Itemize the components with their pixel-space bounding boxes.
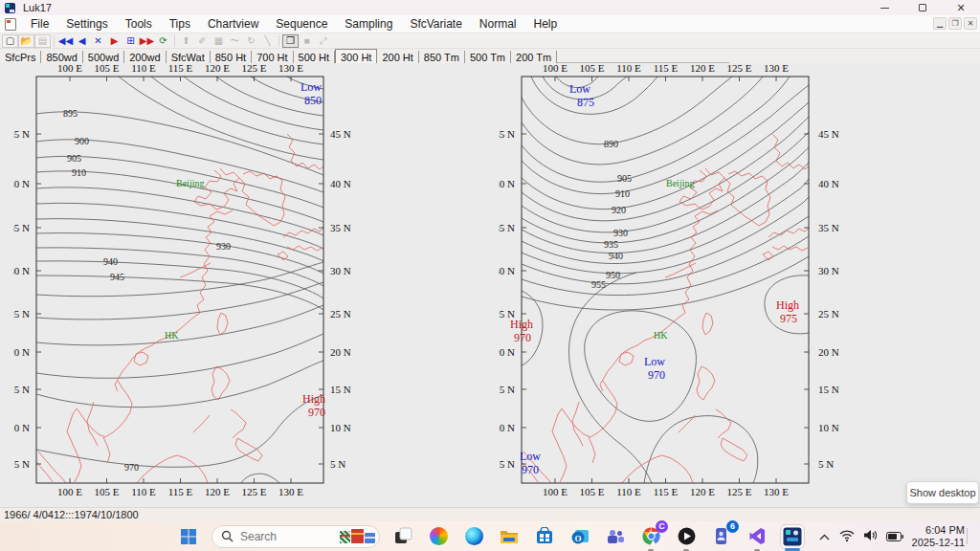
svg-text:5 N: 5 N	[14, 458, 30, 470]
curve-button[interactable]: 〜	[227, 34, 243, 48]
fast-forward-button[interactable]: ▶▶	[139, 34, 155, 48]
svg-text:130 E: 130 E	[764, 62, 789, 74]
skip-back-button[interactable]: ◀◀	[57, 34, 74, 48]
speaker-icon	[863, 529, 878, 541]
teams-button[interactable]	[603, 524, 628, 549]
search-icon	[221, 530, 234, 542]
open-folder-button[interactable]: 📂	[18, 34, 34, 48]
menu-settings[interactable]: Settings	[57, 15, 116, 33]
teams-icon	[607, 528, 625, 545]
stop-button[interactable]: ■	[299, 34, 315, 48]
weather-map-left[interactable]: 100 E105 E110 E115 E120 E125 E130 E 100 …	[13, 61, 358, 503]
svg-text:120 E: 120 E	[690, 62, 715, 74]
menu-help[interactable]: Help	[525, 15, 567, 33]
copilot-button[interactable]	[426, 524, 451, 549]
draw-button[interactable]: ✐	[194, 34, 211, 48]
frame-step-button[interactable]: ⊞	[122, 34, 139, 48]
minimize-button[interactable]	[865, 0, 903, 15]
svg-text:970: 970	[124, 462, 139, 473]
svg-text:15 N: 15 N	[818, 384, 839, 395]
edge-button[interactable]	[461, 524, 486, 549]
window-layout-button[interactable]: ❐	[282, 34, 299, 48]
tab-850tm[interactable]: 850 Tm	[419, 51, 465, 63]
taskbar-search[interactable]	[212, 525, 380, 548]
refresh-button[interactable]: ⟳	[155, 34, 171, 48]
media-player-button[interactable]	[674, 524, 699, 549]
svg-text:15 N: 15 N	[13, 384, 30, 395]
chart-client-area: 100 E105 E110 E115 E120 E125 E130 E 100 …	[0, 63, 980, 507]
wifi-button[interactable]	[839, 528, 855, 545]
restore-button[interactable]	[903, 0, 942, 15]
tray-overflow-button[interactable]	[818, 528, 831, 545]
svg-text:970: 970	[648, 368, 665, 382]
mdi-restore-button[interactable]: ❐	[948, 17, 962, 30]
status-text: 1966/ 4/0412:::1974/10/1800	[4, 509, 139, 520]
file-explorer-button[interactable]	[497, 524, 522, 549]
mdi-minimize-button[interactable]: ▁	[933, 17, 947, 30]
desktop: Luk17 ✕ File Settings Tools Tips Chartvi…	[0, 0, 980, 551]
svg-text:115 E: 115 E	[654, 486, 679, 497]
svg-text:35 N: 35 N	[330, 222, 351, 233]
menu-normal[interactable]: Normal	[471, 15, 525, 33]
scale-button[interactable]: ⤢	[315, 34, 331, 48]
volume-button[interactable]	[863, 528, 878, 545]
svg-text:10 N: 10 N	[499, 422, 515, 433]
menu-sampling[interactable]: Sampling	[336, 15, 401, 33]
svg-text:110 E: 110 E	[131, 486, 156, 497]
menu-file[interactable]: File	[22, 15, 57, 33]
svg-text:30 N: 30 N	[13, 265, 30, 276]
phone-link-button[interactable]: 6	[709, 524, 734, 549]
show-desktop-edge[interactable]	[967, 528, 968, 544]
visual-studio-button[interactable]	[745, 524, 769, 549]
weather-map-right[interactable]: 100 E105 E110 E115 E120 E125 E130 E 100 …	[499, 61, 851, 503]
svg-text:890: 890	[604, 139, 618, 149]
task-view-button[interactable]	[390, 524, 415, 549]
start-button[interactable]	[176, 524, 201, 549]
lon-labels-top: 100 E105 E110 E115 E120 E125 E130 E	[543, 62, 789, 74]
svg-text:Low: Low	[520, 450, 541, 463]
svg-text:110 E: 110 E	[616, 486, 641, 497]
outlook-icon: O	[571, 528, 590, 545]
svg-text:950: 950	[606, 270, 620, 280]
close-button[interactable]: ✕	[942, 0, 980, 15]
taskbar-clock[interactable]: 6:04 PM 2025-12-11	[912, 524, 965, 549]
active-app-indicator	[785, 548, 800, 551]
save-button[interactable]: ▤	[34, 34, 51, 48]
svg-text:100 E: 100 E	[543, 486, 568, 497]
search-input[interactable]	[240, 530, 328, 543]
svg-text:5 N: 5 N	[330, 458, 345, 470]
play-button[interactable]: ▶	[106, 34, 122, 48]
svg-text:20 N: 20 N	[818, 346, 839, 358]
svg-text:45 N: 45 N	[13, 128, 30, 140]
svg-text:35 N: 35 N	[818, 222, 839, 233]
rotate-button[interactable]: ↻	[243, 34, 259, 48]
svg-text:HK: HK	[654, 330, 668, 341]
document-icon[interactable]	[5, 18, 16, 31]
tab-200ht[interactable]: 200 Ht	[377, 51, 418, 63]
mdi-close-button[interactable]: ✕	[964, 17, 977, 30]
chrome-button[interactable]: C	[638, 524, 663, 549]
chevron-up-icon	[818, 533, 831, 541]
battery-button[interactable]	[886, 528, 903, 545]
upload-button[interactable]: ⬆	[178, 34, 194, 48]
outlook-button[interactable]: O	[568, 524, 592, 549]
cancel-button[interactable]: ✕	[90, 34, 106, 48]
new-file-button[interactable]: ▢	[2, 34, 18, 48]
menu-tools[interactable]: Tools	[117, 15, 161, 33]
grid-button[interactable]: ▦	[211, 34, 227, 48]
svg-text:25 N: 25 N	[330, 308, 351, 320]
menu-tips[interactable]: Tips	[161, 15, 199, 33]
minimize-icon	[880, 8, 889, 9]
luk17-taskbar-button[interactable]	[780, 524, 805, 549]
svg-text:5 N: 5 N	[500, 458, 515, 470]
menu-sfcvariate[interactable]: SfcVariate	[401, 15, 470, 33]
lat-labels-right: 45 N40 N35 N30 N25 N20 N15 N10 N5 N	[818, 128, 839, 470]
microsoft-store-button[interactable]	[532, 524, 557, 549]
step-back-button[interactable]: ◀	[74, 34, 90, 48]
menu-sequence[interactable]: Sequence	[267, 15, 336, 33]
line-button[interactable]: ╲	[259, 34, 276, 48]
menu-chartview[interactable]: Chartview	[199, 15, 267, 33]
svg-text:900: 900	[75, 136, 89, 146]
windows-logo-icon	[180, 528, 197, 545]
menu-bar: File Settings Tools Tips Chartview Seque…	[0, 15, 980, 33]
